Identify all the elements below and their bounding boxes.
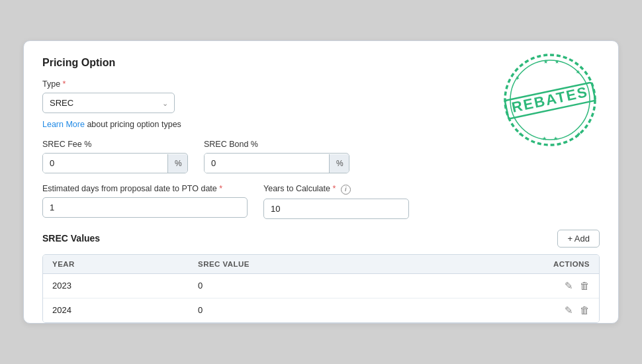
type-select[interactable]: SREC Rebate Feed-in Tariff — [42, 93, 175, 113]
srec-values-title: SREC Values — [42, 233, 100, 244]
srec-values-header: SREC Values + Add — [42, 230, 600, 248]
pricing-option-card: ★ ★ ★ ★ ★ ★ ★ ★ REBATES Pricing Option T… — [23, 40, 619, 323]
srec-bond-input-wrapper: % — [204, 153, 349, 173]
srec-fee-input[interactable] — [43, 154, 167, 173]
col-actions-header: ACTIONS — [530, 260, 590, 268]
srec-bond-suffix: % — [329, 154, 349, 173]
row-year: 2023 — [52, 281, 198, 291]
srec-fee-input-wrapper: % — [42, 153, 188, 173]
table-row: 2024 0 ✎ 🗑 — [43, 298, 599, 322]
col-year-header: YEAR — [52, 260, 198, 268]
svg-text:★: ★ — [518, 130, 524, 138]
type-select-wrapper: SREC Rebate Feed-in Tariff ⌄ — [42, 93, 175, 113]
table-header: YEAR SREC VALUE ACTIONS — [43, 255, 599, 274]
srec-bond-input[interactable] — [205, 154, 329, 173]
pto-days-input[interactable] — [42, 197, 248, 218]
col-srec-header: SREC VALUE — [198, 260, 530, 268]
srec-fee-label: SREC Fee % — [42, 140, 188, 149]
add-button[interactable]: + Add — [557, 230, 600, 248]
edit-icon[interactable]: ✎ — [565, 280, 573, 292]
pto-days-label: Estimated days from proposal date to PTO… — [42, 184, 248, 193]
years-calc-input[interactable] — [263, 199, 409, 219]
page-title: Pricing Option — [42, 57, 600, 69]
years-calc-label: Years to Calculate * i — [263, 184, 409, 194]
svg-text:★: ★ — [576, 131, 582, 138]
srec-bond-label: SREC Bond % — [204, 140, 349, 149]
info-icon: i — [341, 185, 351, 195]
row-srec-value: 0 — [198, 305, 530, 315]
svg-text:★: ★ — [574, 68, 580, 75]
required-star: * — [60, 79, 66, 89]
srec-fee-suffix: % — [167, 154, 188, 173]
srec-values-table: YEAR SREC VALUE ACTIONS 2023 0 ✎ 🗑 2024 … — [42, 254, 600, 323]
row-actions: ✎ 🗑 — [530, 304, 590, 316]
type-label: Type * — [42, 79, 600, 89]
table-row: 2023 0 ✎ 🗑 — [43, 274, 599, 298]
row-srec-value: 0 — [198, 281, 530, 291]
row-actions: ✎ 🗑 — [530, 280, 590, 292]
edit-icon[interactable]: ✎ — [565, 304, 573, 316]
delete-icon[interactable]: 🗑 — [580, 304, 590, 316]
row-year: 2024 — [52, 305, 198, 315]
learn-more-link[interactable]: Learn More about pricing option types — [42, 120, 600, 129]
delete-icon[interactable]: 🗑 — [580, 280, 590, 292]
